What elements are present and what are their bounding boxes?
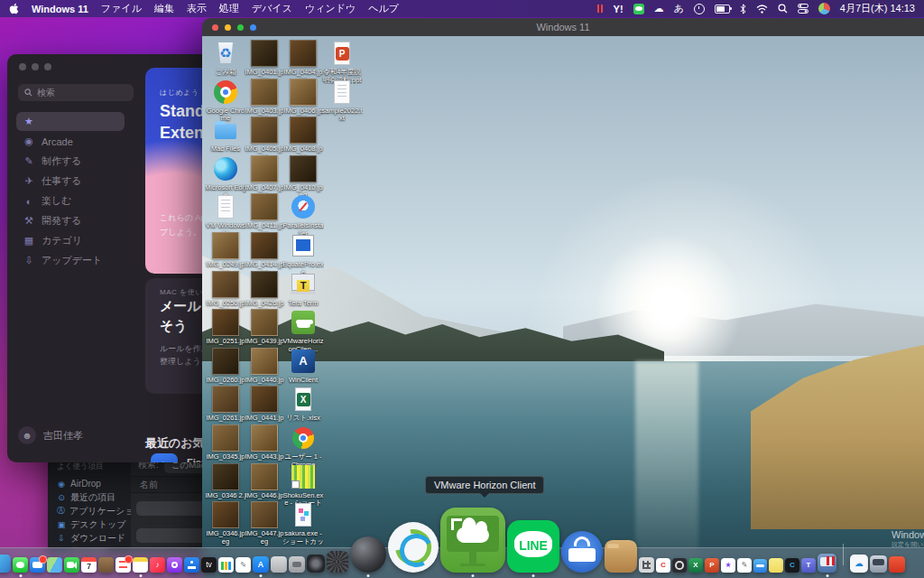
menu-編集[interactable]: 編集 (154, 2, 174, 15)
work-icon: ✈ (23, 175, 34, 187)
dock-excel[interactable]: X (688, 558, 703, 573)
appstore-sidebar-discover[interactable]: ★ (16, 112, 125, 131)
dock-separator (843, 544, 844, 565)
dock-blue-app[interactable] (753, 559, 767, 573)
battery-icon[interactable] (715, 3, 730, 14)
dock-messages[interactable] (13, 557, 28, 573)
appstore-sidebar-楽しむ[interactable]: ◐楽しむ (16, 191, 125, 210)
dock-app-store[interactable]: A (253, 556, 269, 573)
dock-powerpoint[interactable]: P (705, 558, 719, 573)
categories-icon: ▦ (23, 235, 34, 247)
dock-brown-app[interactable] (98, 557, 114, 573)
dock-folder-app[interactable] (605, 540, 637, 573)
dock-pencil-app[interactable]: ✎ (737, 558, 752, 573)
dock-horizon-session[interactable] (818, 554, 836, 573)
dock-textedit[interactable]: ✎ (236, 557, 251, 573)
dock-red-swirl-app[interactable]: C (656, 558, 670, 573)
menu-ファイル[interactable]: ファイル (101, 2, 142, 15)
dock-knurled-app[interactable] (327, 551, 348, 573)
dock-finder[interactable] (0, 555, 11, 573)
appstore-sidebar-Arcade[interactable]: ◉Arcade (16, 132, 125, 151)
lens-app-icon (307, 555, 325, 573)
yahoo-icon[interactable]: Y! (614, 3, 624, 14)
finder-sidebar-AirDrop[interactable]: ◉AirDrop (57, 477, 131, 490)
keyboard-app-icon (561, 531, 603, 573)
dock-lens-app[interactable] (307, 555, 325, 573)
dock-red-app[interactable] (889, 556, 905, 573)
finder-item-icon: ⊙ (57, 493, 66, 502)
dock-apple-tv[interactable]: tv (201, 557, 217, 573)
img-icon (290, 79, 317, 106)
search-input[interactable]: 検索 (18, 84, 134, 101)
cloud-status-icon[interactable]: ☁ (654, 3, 664, 14)
menu-表示[interactable]: 表示 (187, 2, 207, 15)
ime-badge[interactable]: あ (674, 3, 684, 14)
windows-desktop[interactable]: ♻ごみ箱IMG_0401.jpegIMG_0404.jpegP令和4年度説明会資… (202, 36, 924, 578)
doc-icon (328, 79, 356, 106)
desktop-icon-Mac Files[interactable]: Mac Files (206, 117, 245, 154)
dock[interactable]: 7♪tv✎ALINECXP★✎CT☁ (0, 508, 905, 578)
appstore-sidebar-開発する[interactable]: ⚒開発する (16, 211, 125, 230)
desktop-icon-リスト.xlsx[interactable]: Xリスト.xlsx (283, 386, 323, 423)
menu-ヘルプ[interactable]: ヘルプ (368, 2, 399, 15)
desktop-icon-WinClient[interactable]: AWinClient (283, 348, 323, 385)
dock-line[interactable]: LINE (507, 520, 559, 573)
dock-numbers[interactable] (218, 557, 234, 573)
line-icon[interactable] (633, 4, 644, 14)
avatar: ☻ (18, 426, 36, 444)
dock-vmware-horizon-client[interactable] (440, 508, 505, 573)
dock-clock-app[interactable] (672, 558, 687, 573)
apple-menu-icon[interactable] (9, 3, 19, 14)
desktop-icon-Tera Term[interactable]: TTera Term (283, 271, 323, 308)
appstore-sidebar-カテゴリ[interactable]: ▦カテゴリ (16, 231, 125, 250)
dock-cisco-anyconnect[interactable] (388, 522, 439, 573)
menu-処理[interactable]: 処理 (219, 2, 239, 15)
doc-icon (212, 193, 239, 220)
desktop-icon-sample2022.txt[interactable]: sample2022.txt (322, 79, 362, 123)
dock-teams[interactable]: T (801, 558, 816, 573)
dock-keyboard-app[interactable] (561, 531, 603, 573)
dock-onedrive[interactable]: ☁ (850, 555, 868, 573)
wifi-icon[interactable] (756, 3, 768, 14)
dock-reminders[interactable] (116, 557, 131, 573)
dock-podcasts[interactable] (167, 557, 182, 573)
vmware-window[interactable]: Windows 11 ♻ごみ箱IMG_0401.jpegIMG_0404.jpe… (202, 18, 924, 578)
dock-maps[interactable] (47, 557, 62, 573)
dock-calculator-app[interactable] (639, 557, 654, 573)
dock-keynote[interactable] (184, 557, 199, 573)
archive-utility-icon (271, 556, 287, 573)
img-icon (251, 424, 278, 452)
dock-facetime[interactable] (64, 557, 79, 573)
finder-sidebar-最近の項目[interactable]: ⊙最近の項目 (57, 490, 131, 504)
dock-c-app[interactable]: C (785, 558, 799, 573)
menu-ウィンドウ[interactable]: ウィンドウ (305, 2, 356, 15)
dock-window-app[interactable] (870, 555, 887, 573)
desktop-icon-ごみ箱[interactable]: ♻ごみ箱 (206, 40, 245, 77)
menu-デバイス[interactable]: デバイス (252, 2, 292, 15)
bluetooth-icon[interactable] (740, 3, 746, 14)
appstore-sidebar-制作する[interactable]: ✎制作する (16, 152, 125, 171)
stickies-icon (769, 558, 783, 573)
dock-notes[interactable] (133, 557, 148, 573)
profile-icon[interactable] (818, 3, 830, 14)
menu-bar-clock[interactable]: 4月7日(木) 14:13 (840, 2, 915, 15)
dock-calendar[interactable]: 7 (81, 557, 97, 573)
pause-icon[interactable] (596, 3, 604, 14)
dock-vmware-fusion[interactable] (350, 536, 386, 573)
control-center-icon[interactable] (798, 3, 808, 14)
spotlight-icon[interactable] (778, 3, 788, 14)
active-app-menu[interactable]: Windows 11 (32, 4, 88, 14)
img-icon (251, 271, 278, 298)
vm-titlebar[interactable]: Windows 11 (202, 18, 924, 36)
appstore-sidebar-アップデート[interactable]: ⇩アップデート (16, 251, 125, 270)
appstore-sidebar-仕事する[interactable]: ✈仕事する (16, 172, 125, 191)
dock-print-utility[interactable] (289, 556, 305, 573)
dock-mail[interactable] (30, 557, 45, 573)
dock-stickies[interactable] (769, 558, 783, 573)
clock-status-icon[interactable] (694, 3, 705, 14)
dock-archive-utility[interactable] (271, 556, 287, 573)
window-traffic-lights[interactable] (19, 63, 51, 70)
dock-star-app[interactable]: ★ (721, 558, 735, 573)
dock-music[interactable]: ♪ (150, 557, 165, 573)
account-row[interactable]: ☻ 吉田佳孝 (18, 426, 83, 444)
